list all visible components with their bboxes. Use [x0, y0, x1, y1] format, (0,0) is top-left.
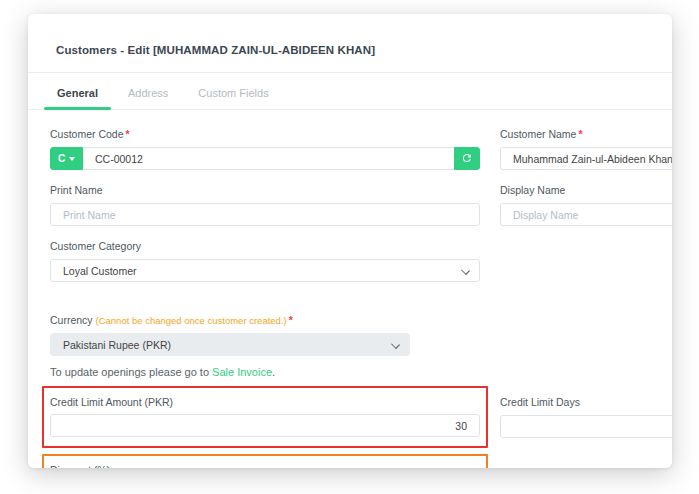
print-name-input[interactable]: [50, 203, 480, 226]
chevron-down-icon: [461, 266, 470, 275]
customer-category-select[interactable]: Loyal Customer: [50, 259, 480, 282]
customer-category-group: Customer Category Loyal Customer: [50, 240, 480, 282]
sale-invoice-link[interactable]: Sale Invoice: [212, 366, 272, 378]
openings-note: To update openings please go to Sale Inv…: [50, 366, 672, 378]
credit-limit-amount-input[interactable]: [50, 414, 480, 437]
tab-general[interactable]: General: [42, 73, 113, 109]
customer-code-input[interactable]: [83, 147, 454, 170]
currency-group: Currency (Cannot be changed once custome…: [50, 314, 480, 356]
regenerate-code-button[interactable]: [454, 147, 480, 170]
card-header: Customers - Edit [MUHAMMAD ZAIN-UL-ABIDE…: [28, 14, 672, 73]
display-name-input[interactable]: [500, 203, 672, 226]
customer-name-input[interactable]: [500, 147, 672, 170]
customer-name-group: Customer Name*: [500, 128, 672, 170]
customer-category-value: Loyal Customer: [63, 265, 137, 277]
caret-down-icon: [69, 157, 75, 161]
orange-annotation-box: Discount (%): [42, 454, 488, 468]
print-name-group: Print Name: [50, 184, 480, 226]
general-form: Customer Code* C Customer Name*: [28, 110, 672, 468]
credit-limit-days-group: Credit Limit Days: [500, 396, 672, 438]
tab-custom-fields[interactable]: Custom Fields: [183, 73, 283, 109]
currency-label: Currency (Cannot be changed once custome…: [50, 314, 480, 326]
currency-value: Pakistani Rupee (PKR): [63, 339, 171, 351]
required-asterisk: *: [289, 314, 293, 326]
chevron-down-icon: [391, 340, 400, 349]
sync-icon: [461, 150, 473, 168]
currency-note: (Cannot be changed once customer created…: [96, 315, 287, 326]
credit-limit-days-label: Credit Limit Days: [500, 396, 672, 408]
credit-limit-amount-label: Credit Limit Amount (PKR): [50, 396, 480, 408]
tab-address[interactable]: Address: [113, 73, 183, 109]
customer-category-label: Customer Category: [50, 240, 480, 252]
customer-name-label: Customer Name*: [500, 128, 672, 140]
display-name-label: Display Name: [500, 184, 672, 196]
customer-edit-card: Customers - Edit [MUHAMMAD ZAIN-UL-ABIDE…: [28, 14, 672, 468]
display-name-group: Display Name: [500, 184, 672, 226]
discount-label: Discount (%): [50, 464, 480, 468]
customer-code-group: Customer Code* C: [50, 128, 480, 170]
code-prefix-label: C: [58, 153, 65, 164]
code-prefix-dropdown-button[interactable]: C: [50, 147, 83, 170]
page-title: Customers - Edit [MUHAMMAD ZAIN-UL-ABIDE…: [56, 44, 644, 56]
currency-select: Pakistani Rupee (PKR): [50, 333, 410, 356]
required-asterisk: *: [126, 128, 130, 140]
required-asterisk: *: [578, 128, 582, 140]
customer-code-label: Customer Code*: [50, 128, 480, 140]
red-annotation-box: Credit Limit Amount (PKR): [42, 386, 488, 448]
credit-limit-days-input[interactable]: [500, 415, 672, 438]
tab-bar: General Address Custom Fields: [28, 73, 672, 110]
print-name-label: Print Name: [50, 184, 480, 196]
